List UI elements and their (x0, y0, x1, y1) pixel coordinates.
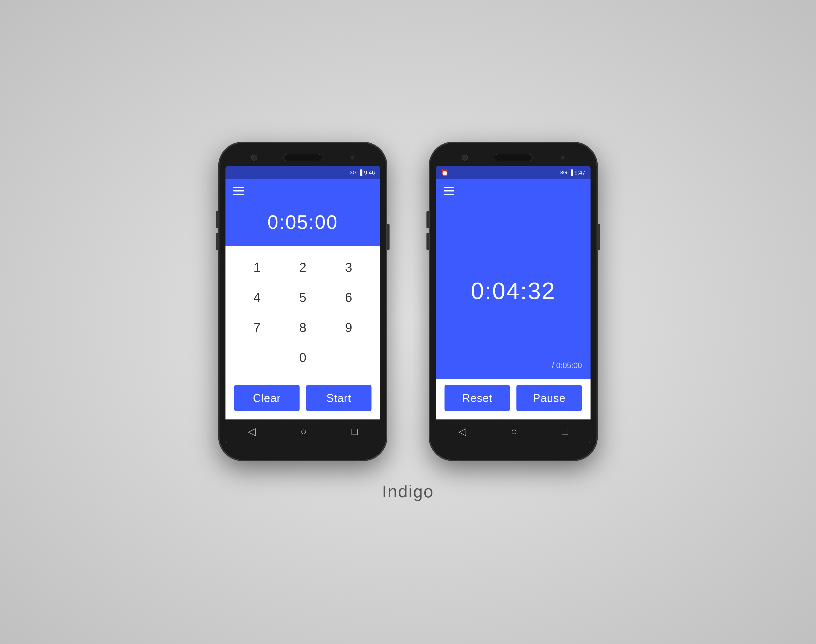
battery-icon-2: ▐ (569, 169, 573, 176)
phone-bottom-2 (436, 443, 591, 454)
nav-bar-1: ◁ ○ □ (225, 419, 380, 443)
bottom-buttons-2: Reset Pause (436, 379, 591, 419)
time-display-2: 9:47 (574, 169, 585, 176)
phone-bottom-1 (225, 443, 380, 454)
hamburger-line-3 (233, 194, 244, 195)
back-button-2[interactable]: ◁ (458, 425, 466, 437)
key-5[interactable]: 5 (287, 287, 319, 308)
speaker (284, 154, 322, 161)
hamburger-line-6 (444, 194, 454, 195)
key-8[interactable]: 8 (287, 317, 319, 338)
key-2[interactable]: 2 (287, 257, 319, 278)
countdown-value: 0:04:32 (471, 277, 555, 304)
notification-light-2 (561, 156, 565, 159)
status-icons-1: 3G ▐ 9:46 (350, 169, 375, 176)
key-6[interactable]: 6 (333, 287, 365, 308)
key-9[interactable]: 9 (333, 317, 365, 338)
phone-top-2 (436, 149, 591, 166)
vol-down-button-2 (426, 233, 429, 250)
power-button (387, 224, 390, 250)
battery-icon-1: ▐ (358, 169, 362, 176)
recent-button-1[interactable]: □ (351, 425, 358, 437)
hamburger-line-4 (444, 187, 454, 188)
timer-display-1: 0:05:00 (225, 202, 380, 246)
phone-2: ⏰ 3G ▐ 9:47 0:04:32 / 0:05:00 (429, 143, 597, 460)
pause-button[interactable]: Pause (517, 385, 582, 411)
signal-icon-2: 3G (560, 170, 567, 176)
bottom-buttons-1: Clear Start (225, 379, 380, 419)
start-button[interactable]: Start (306, 385, 371, 411)
numpad: 1 2 3 4 5 6 7 8 9 0 (225, 246, 380, 379)
nav-bar-2: ◁ ○ □ (436, 419, 591, 443)
menu-button-1[interactable] (233, 187, 244, 195)
timer-value-1: 0:05:00 (268, 211, 338, 233)
vol-down-button (216, 233, 219, 250)
key-4[interactable]: 4 (241, 287, 273, 308)
recent-button-2[interactable]: □ (562, 425, 568, 437)
home-button-2[interactable]: ○ (511, 425, 517, 437)
clear-button[interactable]: Clear (234, 385, 299, 411)
notification-light (350, 156, 354, 159)
phone-1-screen: 3G ▐ 9:46 0:05:00 1 (225, 166, 380, 443)
alarm-clock-icon: ⏰ (441, 169, 449, 176)
numpad-row-3: 7 8 9 (234, 317, 371, 338)
key-3[interactable]: 3 (333, 257, 365, 278)
menu-button-2[interactable] (444, 187, 454, 195)
power-button-2 (597, 224, 600, 250)
phone-1: 3G ▐ 9:46 0:05:00 1 (219, 143, 387, 460)
key-0[interactable]: 0 (287, 347, 319, 368)
numpad-row-2: 4 5 6 (234, 287, 371, 308)
phone-2-screen: ⏰ 3G ▐ 9:47 0:04:32 / 0:05:00 (436, 166, 591, 443)
time-display-1: 9:46 (364, 169, 375, 176)
home-button-1[interactable]: ○ (301, 425, 307, 437)
vol-up-button-2 (426, 211, 429, 228)
speaker-2 (494, 154, 532, 161)
numpad-row-4: 0 (234, 347, 371, 368)
signal-icon-1: 3G (350, 170, 357, 176)
numpad-row-1: 1 2 3 (234, 257, 371, 278)
status-bar-2: ⏰ 3G ▐ 9:47 (436, 166, 591, 179)
countdown-display: 0:04:32 / 0:05:00 (436, 202, 591, 379)
phone-top (225, 149, 380, 166)
total-time-display: / 0:05:00 (552, 361, 582, 370)
app-bar-2 (436, 179, 591, 202)
front-camera (251, 155, 257, 161)
app-bar-1 (225, 179, 380, 202)
hamburger-line-1 (233, 187, 244, 188)
phones-container: 3G ▐ 9:46 0:05:00 1 (219, 143, 597, 460)
key-7[interactable]: 7 (241, 317, 273, 338)
page-title: Indigo (382, 482, 434, 501)
vol-up-button (216, 211, 219, 228)
hamburger-line-2 (233, 190, 244, 192)
front-camera-2 (462, 155, 468, 161)
reset-button[interactable]: Reset (445, 385, 510, 411)
status-icons-2: 3G ▐ 9:47 (560, 169, 585, 176)
hamburger-line-5 (444, 190, 454, 192)
status-bar-1: 3G ▐ 9:46 (225, 166, 380, 179)
key-1[interactable]: 1 (241, 257, 273, 278)
back-button-1[interactable]: ◁ (248, 425, 256, 437)
